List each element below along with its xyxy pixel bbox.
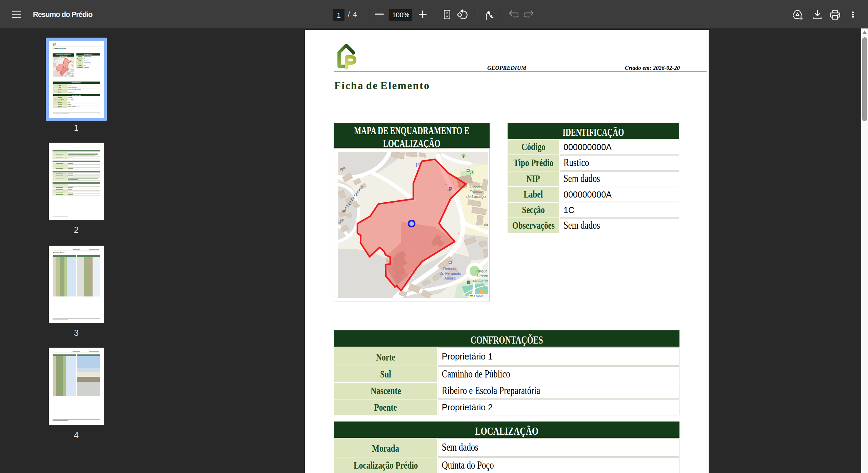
svg-text:Amaral: Amaral bbox=[445, 276, 456, 280]
svg-text:de Lamego: de Lamego bbox=[71, 63, 74, 63]
svg-text:Centro: Centro bbox=[71, 62, 73, 62]
svg-text:de: de bbox=[73, 67, 74, 67]
svg-text:Dr. Fernando: Dr. Fernando bbox=[439, 271, 461, 275]
svg-text:↑: ↑ bbox=[462, 235, 464, 240]
svg-text:de Lameg: de Lameg bbox=[72, 75, 74, 75]
svg-text:↑↑: ↑↑ bbox=[68, 62, 69, 63]
svg-text:Dr. Fernando: Dr. Fernando bbox=[67, 73, 70, 74]
svg-text:↓: ↓ bbox=[445, 181, 447, 186]
svg-text:de: de bbox=[484, 222, 488, 226]
svg-text:Parque: Parque bbox=[475, 269, 487, 273]
svg-text:Parque: Parque bbox=[72, 73, 74, 74]
svg-text:Rotunda: Rotunda bbox=[68, 73, 70, 73]
svg-text:Urbano: Urbano bbox=[477, 274, 488, 278]
svg-text:Escolar: Escolar bbox=[470, 190, 483, 194]
svg-text:Amaral: Amaral bbox=[68, 74, 70, 75]
svg-text:P: P bbox=[416, 162, 420, 168]
svg-text:de Lameg: de Lameg bbox=[473, 279, 488, 283]
svg-text:↑↑: ↑↑ bbox=[447, 189, 451, 193]
svg-text:Escolar: Escolar bbox=[71, 62, 73, 63]
svg-text:↓: ↓ bbox=[458, 230, 460, 235]
svg-text::: : bbox=[486, 211, 487, 215]
svg-text:Leaflet: Leaflet bbox=[474, 294, 483, 298]
svg-text:Rotunda: Rotunda bbox=[443, 267, 457, 271]
svg-text:Centro: Centro bbox=[470, 185, 482, 189]
svg-text:de Lamego: de Lamego bbox=[466, 194, 486, 199]
svg-text:Urbano: Urbano bbox=[72, 74, 74, 74]
